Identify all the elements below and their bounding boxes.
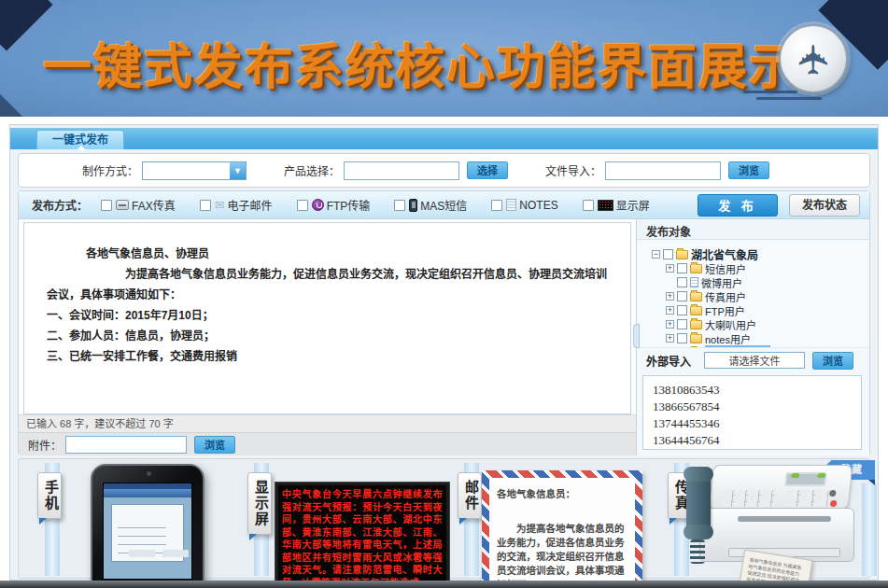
expand-plus-icon[interactable] (666, 320, 674, 329)
header-buttons: 发 布 发布状态 (698, 194, 860, 217)
banner: 一键式发布系统核心功能界面展示 ✈ (0, 0, 888, 117)
make-method-select[interactable]: ▼ (142, 161, 247, 180)
tree-node[interactable]: 传真用户 (652, 289, 869, 303)
led-checkbox[interactable] (583, 200, 594, 211)
mail-letter-body: 各地气象信息员： 为提高各地气象信息员的业务能力，促进各信息员业务的交流，现决定… (489, 478, 635, 586)
expand-plus-icon[interactable] (666, 334, 674, 343)
fax-checkbox[interactable] (101, 200, 112, 211)
page: 一键式发布系统核心功能界面展示 ✈ 一键式发布 制作方式： ▼ 产品选择： 选择… (0, 0, 888, 588)
phone-number: 13744455346 (653, 415, 861, 432)
bottom-edge-bar (0, 581, 888, 588)
folder-icon (690, 292, 702, 301)
fax-keypad (784, 490, 829, 507)
external-import-input[interactable] (704, 352, 805, 369)
message-column: 各地气象信息员、协理员 为提高各地气象信息员业务能力，促进信息员业务交流，现决定… (19, 219, 636, 455)
method-label: MAS短信 (420, 197, 467, 213)
tree-node-label[interactable]: FTP用户 (705, 303, 745, 318)
airplane-icon: ✈ (790, 42, 838, 77)
method-notes: NOTES (491, 199, 557, 212)
led-scrolling-text: 中央气象台今天早晨六点钟继续发布强对流天气预报：预计今天白天到夜间，贵州大部、云… (282, 488, 443, 588)
tree-node[interactable]: 微博用户 (652, 275, 869, 289)
ftp-checkbox[interactable] (297, 200, 308, 211)
folder-icon (690, 320, 702, 329)
tree-node-label[interactable]: 微博用户 (701, 275, 742, 290)
airplane-badge: ✈ (779, 24, 848, 93)
preview-strip-decoration (862, 483, 877, 576)
publish-targets-panel: 发布对象 湖北省气象局 短信用户 (636, 219, 869, 455)
fax-button-dot (791, 473, 800, 478)
targets-tree: 湖北省气象局 短信用户 (637, 240, 869, 347)
attachment-label: 附件： (28, 437, 62, 453)
tree-checkbox[interactable] (663, 249, 673, 259)
phone-preview-image (91, 464, 204, 588)
method-label: FAX传真 (132, 197, 176, 213)
message-line: 会议，具体事项通知如下： (47, 285, 612, 305)
publish-method-label: 发布方式： (32, 197, 88, 213)
panel-collapse-handle[interactable] (633, 324, 640, 348)
tree-node[interactable]: notes用户 (652, 331, 869, 345)
mobile-phone-icon (409, 199, 417, 212)
tree-checkbox[interactable] (677, 291, 687, 301)
message-editor[interactable]: 各地气象信息员、协理员 为提高各地气象信息员业务能力，促进信息员业务交流，现决定… (23, 222, 631, 414)
method-label: 显示屏 (616, 197, 650, 213)
tree-node-label[interactable]: 短信用户 (705, 261, 746, 276)
message-line: 一、会议时间：2015年7月10日； (47, 305, 612, 326)
fax-icon (116, 200, 129, 210)
product-select-button[interactable]: 选择 (467, 161, 508, 179)
email-checkbox[interactable] (200, 200, 211, 211)
tab-strip: 一键式发布 (10, 128, 878, 149)
tree-node-label[interactable]: 传真用户 (705, 289, 746, 304)
expand-plus-icon[interactable] (666, 264, 674, 273)
notes-checkbox[interactable] (491, 200, 502, 211)
expand-plus-icon[interactable] (666, 306, 674, 315)
tree-checkbox[interactable] (677, 277, 687, 287)
tab-one-click-publish[interactable]: 一键式发布 (36, 130, 124, 149)
phone-dialog-buttons (129, 550, 189, 557)
method-label: FTP传输 (327, 197, 371, 213)
fax-button-dot (829, 490, 837, 497)
tree-node[interactable]: 大喇叭用户 (652, 317, 869, 331)
fax-button-dot (817, 473, 826, 478)
method-fax: FAX传真 (101, 197, 176, 213)
page-title: 一键式发布系统核心功能界面展示 (43, 28, 781, 98)
product-select-label: 产品选择： (284, 162, 340, 178)
method-email: ✉ 电子邮件 (200, 197, 273, 213)
tree-node[interactable]: FTP用户 (652, 303, 869, 317)
tree-node-root[interactable]: 湖北省气象局 (652, 247, 869, 261)
preview-label-mail: 邮件 (458, 472, 482, 519)
tree-node-label[interactable]: 湖北省气象局 (691, 246, 758, 262)
notes-icon (506, 199, 516, 211)
imported-numbers-list[interactable]: 13810863543 13866567854 13744455346 1364… (642, 375, 862, 450)
expand-plus-icon[interactable] (666, 292, 674, 301)
product-select-input[interactable] (344, 161, 459, 180)
tree-checkbox[interactable] (677, 305, 687, 315)
tree-node[interactable]: 短信用户 (652, 261, 869, 275)
tree-checkbox[interactable] (677, 333, 687, 343)
mail-line: 为提高各地气象信息员的业务能力，促进各信息员业务的交流，现决定组织召开信息员交流… (497, 522, 627, 588)
app-window: 一键式发布 制作方式： ▼ 产品选择： 选择 文件导入： 浏览 发布方式： (9, 124, 879, 581)
tree-node-label[interactable]: notes用户 (705, 331, 751, 346)
publish-button[interactable]: 发 布 (698, 194, 778, 217)
preview-label-phone: 手机 (37, 472, 62, 519)
attachment-browse-button[interactable]: 浏览 (194, 436, 235, 454)
external-import-row: 外部导入 浏览 (637, 347, 869, 372)
publish-status-button[interactable]: 发布状态 (789, 194, 860, 217)
collapse-minus-icon[interactable] (652, 250, 660, 259)
fax-paper-slot (738, 516, 831, 522)
file-import-label: 文件导入： (545, 162, 601, 178)
phone-number: 13866567854 (653, 399, 861, 415)
phone-number: 13644456764 (653, 432, 861, 449)
sms-checkbox[interactable] (394, 200, 405, 211)
make-method-label: 制作方式： (82, 162, 138, 178)
chevron-down-icon[interactable]: ▼ (230, 162, 246, 179)
tree-checkbox[interactable] (677, 263, 687, 273)
led-screen-icon (598, 200, 613, 211)
external-import-browse-button[interactable]: 浏览 (812, 352, 853, 370)
phone-number: 13810863543 (653, 382, 861, 399)
email-icon: ✉ (215, 200, 225, 210)
attachment-input[interactable] (65, 436, 187, 454)
file-import-browse-button[interactable]: 浏览 (728, 161, 769, 179)
tree-node-label[interactable]: 大喇叭用户 (705, 317, 756, 332)
tree-checkbox[interactable] (677, 319, 687, 329)
file-import-input[interactable] (605, 161, 721, 180)
